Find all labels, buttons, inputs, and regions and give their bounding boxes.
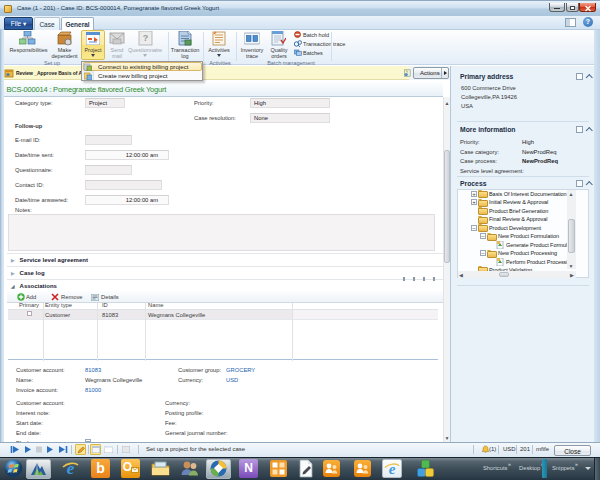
svg-text:e: e [67, 459, 75, 478]
svg-text:?: ? [143, 33, 149, 43]
svg-text:e: e [389, 460, 396, 477]
